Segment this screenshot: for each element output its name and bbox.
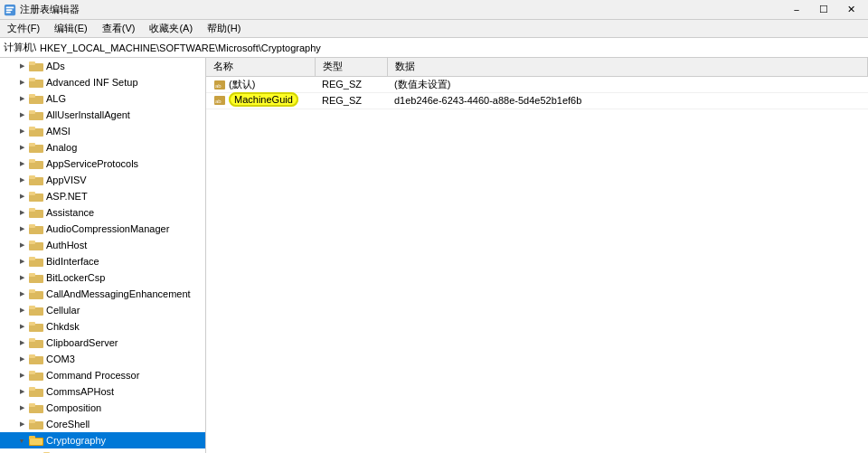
tree-label-authhost: AuthHost bbox=[46, 240, 87, 250]
tree-label-alluserinstallagent: AllUserInstallAgent bbox=[46, 109, 130, 120]
tree-item-aspnet[interactable]: ASP.NET bbox=[0, 188, 205, 204]
expander-composition[interactable] bbox=[14, 401, 29, 415]
tree-item-com3[interactable]: COM3 bbox=[0, 351, 205, 367]
expander-commsaphost[interactable] bbox=[14, 384, 29, 399]
expander-alg[interactable] bbox=[14, 91, 29, 106]
table-row[interactable]: ab MachineGuidREG_SZd1eb246e-6243-4460-a… bbox=[206, 92, 868, 109]
menu-view[interactable]: 查看(V) bbox=[95, 20, 143, 37]
tree-label-aspnet: ASP.NET bbox=[46, 191, 88, 202]
folder-icon-aspnet bbox=[29, 190, 46, 203]
expander-advanced-inf-setup[interactable] bbox=[14, 75, 29, 90]
expander-audiocompressionmanager[interactable] bbox=[14, 222, 29, 236]
tree-label-analog: Analog bbox=[46, 142, 77, 153]
tree-label-appserviceprotocols: AppServiceProtocols bbox=[46, 158, 138, 169]
close-button[interactable]: ✕ bbox=[837, 0, 864, 20]
expander-amsi[interactable] bbox=[14, 124, 29, 138]
tree-item-alluserinstallagent[interactable]: AllUserInstallAgent bbox=[0, 107, 205, 123]
tree-label-amsi: AMSI bbox=[46, 126, 71, 137]
tree-item-alg[interactable]: ALG bbox=[0, 90, 205, 107]
expander-analog[interactable] bbox=[14, 140, 29, 155]
expander-assistance[interactable] bbox=[14, 205, 29, 220]
svg-rect-41 bbox=[29, 354, 35, 358]
expander-cryptography[interactable] bbox=[14, 433, 29, 448]
col-data[interactable]: 数据 bbox=[387, 58, 868, 76]
menu-edit[interactable]: 编辑(E) bbox=[47, 20, 95, 37]
svg-rect-2 bbox=[6, 9, 13, 11]
col-name[interactable]: 名称 bbox=[206, 58, 315, 76]
menu-favorites[interactable]: 收藏夹(A) bbox=[142, 20, 200, 37]
expander-coreshell[interactable] bbox=[14, 417, 29, 431]
expander-commandprocessor[interactable] bbox=[14, 368, 29, 382]
folder-icon-alluserinstallagent bbox=[29, 109, 46, 121]
expander-appvisv[interactable] bbox=[14, 173, 29, 187]
svg-rect-13 bbox=[29, 127, 35, 130]
tree-item-coreshell[interactable]: CoreShell bbox=[0, 416, 205, 432]
tree-item-autoenrollment[interactable]: AutoEnrollment bbox=[0, 448, 205, 453]
tree-item-assistance[interactable]: Assistance bbox=[0, 204, 205, 221]
svg-rect-23 bbox=[29, 208, 35, 212]
tree-item-clipboardserver[interactable]: ClipboardServer bbox=[0, 335, 205, 351]
expander-ads[interactable] bbox=[14, 59, 29, 73]
folder-icon-alg bbox=[29, 92, 46, 105]
folder-icon-clipboardserver bbox=[29, 336, 46, 349]
title-bar-left: 注册表编辑器 bbox=[4, 3, 80, 16]
folder-icon-coreshell bbox=[29, 418, 46, 430]
tree-item-amsi[interactable]: AMSI bbox=[0, 123, 205, 139]
expander-alluserinstallagent[interactable] bbox=[14, 108, 29, 122]
menu-file[interactable]: 文件(F) bbox=[0, 20, 47, 37]
tree-item-cellular[interactable]: Cellular bbox=[0, 302, 205, 318]
tree-item-advanced-inf-setup[interactable]: Advanced INF Setup bbox=[0, 74, 205, 90]
tree-item-chkdsk[interactable]: Chkdsk bbox=[0, 318, 205, 335]
folder-icon-callandmessagingenhancement bbox=[29, 288, 46, 300]
expander-cellular[interactable] bbox=[14, 303, 29, 317]
cell-data: d1eb246e-6243-4460-a88e-5d4e52b1ef6b bbox=[387, 92, 868, 109]
menu-help[interactable]: 帮助(H) bbox=[200, 20, 248, 37]
expander-authhost[interactable] bbox=[14, 238, 29, 252]
svg-rect-43 bbox=[29, 371, 35, 374]
tree-item-commandprocessor[interactable]: Command Processor bbox=[0, 367, 205, 383]
svg-rect-37 bbox=[29, 322, 35, 326]
expander-aspnet[interactable] bbox=[14, 189, 29, 203]
tree-item-cryptography[interactable]: Cryptography bbox=[0, 432, 205, 448]
expander-autoenrollment[interactable] bbox=[29, 449, 43, 453]
cell-data: (数值未设置) bbox=[387, 76, 868, 92]
tree-item-callandmessagingenhancement[interactable]: CallAndMessagingEnhancement bbox=[0, 286, 205, 302]
expander-com3[interactable] bbox=[14, 352, 29, 366]
tree-item-bitlockercsp[interactable]: BitLockerCsp bbox=[0, 269, 205, 286]
tree-label-appvisv: AppVISV bbox=[46, 175, 87, 185]
svg-rect-49 bbox=[29, 420, 35, 423]
table-row[interactable]: ab (默认)REG_SZ(数值未设置) bbox=[206, 76, 868, 92]
tree-item-commsaphost[interactable]: CommsAPHost bbox=[0, 383, 205, 400]
col-type[interactable]: 类型 bbox=[315, 58, 387, 76]
tree-item-bidinterface[interactable]: BidInterface bbox=[0, 253, 205, 269]
tree-item-audiocompressionmanager[interactable]: AudioCompressionManager bbox=[0, 221, 205, 237]
folder-icon-chkdsk bbox=[29, 320, 46, 333]
maximize-button[interactable]: ☐ bbox=[810, 0, 837, 20]
expander-callandmessagingenhancement[interactable] bbox=[14, 287, 29, 301]
reg-sz-icon: ab bbox=[213, 94, 226, 107]
expander-bitlockercsp[interactable] bbox=[14, 270, 29, 285]
tree-item-appvisv[interactable]: AppVISV bbox=[0, 172, 205, 188]
tree-item-ads[interactable]: ADs bbox=[0, 58, 205, 74]
svg-rect-19 bbox=[29, 175, 35, 179]
svg-rect-3 bbox=[6, 11, 11, 13]
registry-table: 名称 类型 数据 ab (默认)REG_SZ(数值未设置) ab Machine… bbox=[206, 58, 868, 109]
tree-pane[interactable]: ADs Advanced INF Setup ALG AllUserInstal… bbox=[0, 58, 206, 453]
svg-rect-33 bbox=[29, 289, 35, 293]
address-bar: 计算机\ HKEY_LOCAL_MACHINE\SOFTWARE\Microso… bbox=[0, 38, 868, 58]
tree-item-appserviceprotocols[interactable]: AppServiceProtocols bbox=[0, 156, 205, 172]
svg-text:ab: ab bbox=[215, 99, 222, 104]
cell-type: REG_SZ bbox=[315, 92, 387, 109]
svg-rect-25 bbox=[29, 224, 35, 228]
minimize-button[interactable]: − bbox=[783, 0, 810, 20]
folder-icon-audiocompressionmanager bbox=[29, 222, 46, 235]
svg-rect-52 bbox=[30, 439, 42, 445]
tree-item-authhost[interactable]: AuthHost bbox=[0, 237, 205, 253]
expander-clipboardserver[interactable] bbox=[14, 335, 29, 350]
tree-item-composition[interactable]: Composition bbox=[0, 400, 205, 416]
tree-item-analog[interactable]: Analog bbox=[0, 139, 205, 156]
expander-bidinterface[interactable] bbox=[14, 254, 29, 269]
svg-rect-1 bbox=[6, 6, 14, 8]
expander-appserviceprotocols[interactable] bbox=[14, 156, 29, 171]
expander-chkdsk[interactable] bbox=[14, 319, 29, 334]
